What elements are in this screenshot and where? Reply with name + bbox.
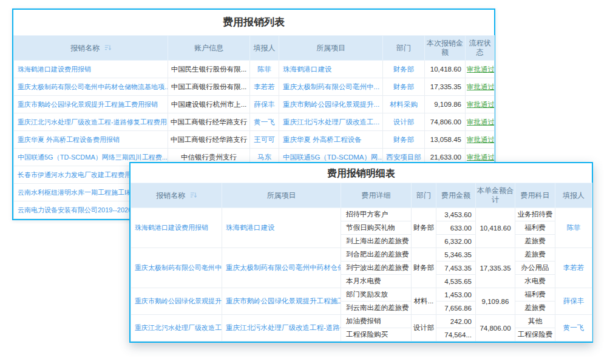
col-header-dept: 部门 bbox=[383, 36, 425, 61]
status-link[interactable]: 审批通过 bbox=[466, 78, 495, 96]
sort-icon[interactable] bbox=[190, 192, 197, 198]
status-link[interactable]: 审批通过 bbox=[466, 61, 495, 78]
reporter-link[interactable]: 薛保丰 bbox=[555, 288, 592, 315]
fee-amount-cell: 242.00 bbox=[436, 315, 476, 328]
status-link[interactable]: 审批通过 bbox=[466, 96, 495, 113]
status-link[interactable]: 审批通过 bbox=[466, 131, 495, 149]
subject-cell: 其他 bbox=[515, 315, 555, 328]
report-name-link[interactable]: 重庆市鹅岭公园绿化景观提升工程施工费用报销 bbox=[14, 96, 168, 113]
col-header-amount: 本次报销金额 bbox=[425, 36, 466, 61]
col-header-reporter: 填报人 bbox=[250, 36, 279, 61]
subject-cell: 办公用品 bbox=[515, 261, 555, 275]
reporter-link[interactable]: 李若若 bbox=[555, 248, 592, 288]
col-header-project: 所属项目 bbox=[222, 183, 341, 208]
detail-cell: 工程保险购买 bbox=[341, 328, 412, 342]
subject-cell: 业务招待费 bbox=[515, 208, 555, 221]
dept-cell: 财务部 bbox=[412, 208, 436, 248]
report-name-link[interactable]: 重庆江北污水处理厂级改造工程-道路修复工程费用... bbox=[14, 113, 168, 131]
fee-amount-cell: 7,656.86 bbox=[436, 302, 476, 315]
subject-cell: 差旅费 bbox=[515, 302, 555, 315]
expense-list-title: 费用报销列表 bbox=[13, 10, 494, 35]
reporter-link[interactable]: 陈菲 bbox=[250, 61, 279, 78]
page: 费用报销列表 报销名称 账户信息 填报人 bbox=[0, 0, 607, 364]
dept-cell: 材料... bbox=[412, 288, 436, 315]
table-row: 重庆太极制药有限公司亳州中药材 重庆太极制药有限公司亳州中药材仓储物流 到合肥出… bbox=[131, 248, 592, 261]
report-name-link[interactable]: 重庆华夏 外高桥工程设备费用报销 bbox=[14, 131, 168, 149]
total-cell: 74,806.00 bbox=[476, 315, 515, 342]
expense-list-header-row: 报销名称 账户信息 填报人 所属项目 部门 本次报销金额 流程状态 bbox=[14, 36, 495, 61]
table-row: 珠海鹤港口建设费用报销 珠海鹤港口建设 招待甲方客户 财务部 3,453.60 … bbox=[131, 208, 592, 221]
detail-cell: 本月水电费 bbox=[341, 275, 412, 288]
table-row: 重庆江北污水处理厂级改造工程- 重庆江北污水处理厂级改造工程-道路修复工 加油费… bbox=[131, 315, 592, 328]
col-header-fee-amount: 费用金额 bbox=[436, 183, 476, 208]
detail-cell: 节假日购买礼物 bbox=[341, 221, 412, 235]
fee-amount-cell: 4,535.65 bbox=[436, 275, 476, 288]
project-link[interactable]: 重庆市鹅岭公园绿化景观提升工程施工 bbox=[222, 288, 341, 315]
col-header-reporter: 填报人 bbox=[555, 183, 592, 208]
dept-link[interactable]: 财务部 bbox=[383, 78, 425, 96]
project-link[interactable]: 重庆太极制药有限公司亳州中药材仓储物流 bbox=[222, 248, 341, 288]
report-name-link[interactable]: 重庆市鹅岭公园绿化景观提升工程 bbox=[131, 288, 222, 315]
col-header-detail: 费用详细 bbox=[341, 183, 412, 208]
dept-link[interactable]: 设计部 bbox=[383, 113, 425, 131]
col-header-report-name[interactable]: 报销名称 bbox=[14, 36, 168, 61]
dept-link[interactable]: 材料采购 bbox=[383, 96, 425, 113]
reporter-link[interactable]: 薛保丰 bbox=[250, 96, 279, 113]
detail-cell: 到云南出差的差旅费 bbox=[341, 302, 412, 315]
table-row: 重庆市鹅岭公园绿化景观提升工程 重庆市鹅岭公园绿化景观提升工程施工 部门奖励发放… bbox=[131, 288, 592, 302]
reporter-link[interactable]: 陈菲 bbox=[555, 208, 592, 248]
subject-cell: 水电费 bbox=[515, 275, 555, 288]
subject-cell: 工程保险费 bbox=[515, 328, 555, 342]
col-header-report-name-label: 报销名称 bbox=[156, 191, 185, 200]
subject-cell: 福利费 bbox=[515, 221, 555, 235]
fee-amount-cell: 3,453.60 bbox=[436, 208, 476, 221]
project-link[interactable]: 重庆太极制药有限公司亳州中... bbox=[279, 78, 383, 96]
reporter-link[interactable]: 黄一飞 bbox=[555, 315, 592, 342]
col-header-subject: 费用科目 bbox=[515, 183, 555, 208]
col-header-report-name[interactable]: 报销名称 bbox=[131, 183, 222, 208]
amount-cell: 10,418.60 bbox=[425, 61, 466, 78]
reporter-link[interactable]: 黄一飞 bbox=[250, 113, 279, 131]
detail-cell: 部门奖励发放 bbox=[341, 288, 412, 302]
table-row: 珠海鹤港口建设费用报销 中国民生银行股份有限... 陈菲 珠海鹤港口建设 财务部… bbox=[14, 61, 495, 78]
report-name-link[interactable]: 珠海鹤港口建设费用报销 bbox=[131, 208, 222, 248]
reporter-link[interactable]: 李若若 bbox=[250, 78, 279, 96]
dept-link[interactable]: 财务部 bbox=[383, 131, 425, 149]
account-cell: 中国工商银行经华路支行 bbox=[168, 131, 250, 149]
project-link[interactable]: 珠海鹤港口建设 bbox=[279, 61, 383, 78]
project-link[interactable]: 重庆市鹅岭公园绿化景观提升... bbox=[279, 96, 383, 113]
fee-amount-cell: 74,564... bbox=[436, 328, 476, 342]
sort-icon[interactable] bbox=[104, 44, 111, 51]
report-name-link[interactable]: 重庆太极制药有限公司亳州中药材 bbox=[131, 248, 222, 288]
col-header-project: 所属项目 bbox=[279, 36, 383, 61]
dept-link[interactable]: 财务部 bbox=[383, 61, 425, 78]
status-link[interactable]: 审批通过 bbox=[466, 113, 495, 131]
fee-amount-cell: 6,332.00 bbox=[436, 235, 476, 248]
dept-cell: 设计部 bbox=[412, 315, 436, 342]
reporter-link[interactable]: 王可可 bbox=[250, 131, 279, 149]
col-header-account: 账户信息 bbox=[168, 36, 250, 61]
project-link[interactable]: 珠海鹤港口建设 bbox=[222, 208, 341, 248]
subject-cell: 福利费 bbox=[515, 288, 555, 302]
table-row: 重庆江北污水处理厂级改造工程-道路修复工程费用... 中国工商银行经华路支行 黄… bbox=[14, 113, 495, 131]
account-cell: 中国建设银行杭州市上... bbox=[168, 96, 250, 113]
table-row: 重庆市鹅岭公园绿化景观提升工程施工费用报销 中国建设银行杭州市上... 薛保丰 … bbox=[14, 96, 495, 113]
col-header-total: 本单金额合计 bbox=[476, 183, 515, 208]
report-name-link[interactable]: 重庆江北污水处理厂级改造工程- bbox=[131, 315, 222, 342]
detail-cell: 到宁波出差的差旅费 bbox=[341, 261, 412, 275]
amount-cell: 13,058.45 bbox=[425, 131, 466, 149]
subject-cell: 差旅费 bbox=[515, 235, 555, 248]
report-name-link[interactable]: 重庆太极制药有限公司亳州中药材仓储物流基地项... bbox=[14, 78, 168, 96]
project-link[interactable]: 重庆江北污水处理厂级改造工... bbox=[279, 113, 383, 131]
account-cell: 中国民生银行股份有限... bbox=[168, 61, 250, 78]
report-name-link[interactable]: 珠海鹤港口建设费用报销 bbox=[14, 61, 168, 78]
expense-detail-table: 报销名称 所属项目 费用详细 部门 费用金额 本单金额合计 费用科目 填报人 bbox=[131, 183, 592, 342]
project-link[interactable]: 重庆江北污水处理厂级改造工程-道路修复工 bbox=[222, 315, 341, 342]
col-header-dept: 部门 bbox=[412, 183, 436, 208]
detail-cell: 加油费报销 bbox=[341, 315, 412, 328]
subject-cell: 差旅费 bbox=[515, 248, 555, 261]
amount-cell: 9,109.86 bbox=[425, 96, 466, 113]
project-link[interactable]: 重庆华夏 外高桥工程设备 bbox=[279, 131, 383, 149]
total-cell: 9,109.86 bbox=[476, 288, 515, 315]
dept-cell: 财务部 bbox=[412, 248, 436, 288]
